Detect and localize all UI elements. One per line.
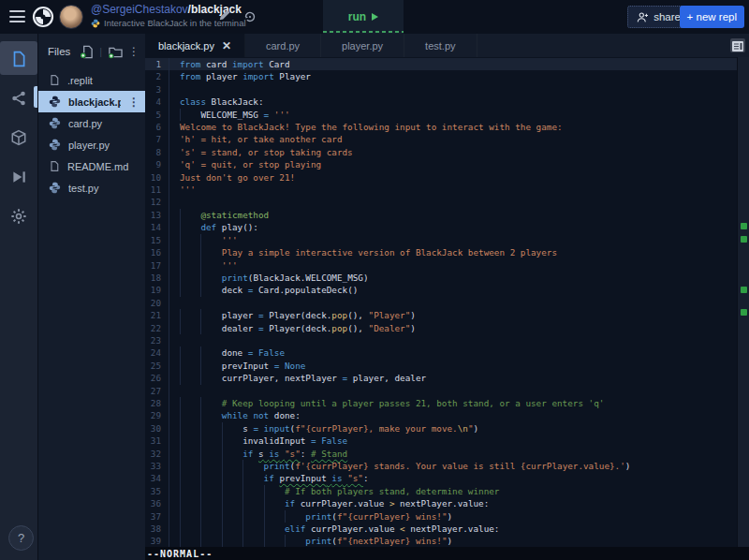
new-folder-button[interactable]: [108, 45, 123, 59]
tab-player.py[interactable]: player.py: [321, 34, 404, 57]
run-button[interactable]: run: [323, 0, 404, 34]
repl-owner[interactable]: @SergeiChestakov: [91, 3, 188, 16]
indent-guides: [180, 234, 222, 246]
indent-guides: [180, 346, 222, 359]
code-line[interactable]: 24 done = False: [145, 346, 749, 359]
sidebar-item-version-control[interactable]: [0, 79, 37, 118]
code-line[interactable]: 28 # Keep looping until a player passes …: [145, 397, 749, 409]
sidebar-item-files[interactable]: [0, 39, 37, 79]
file-list: .replitblackjack.py⋮card.pyplayer.pyREAD…: [38, 69, 145, 199]
code-line-content: s = input(f"{currPlayer}, make your move…: [169, 422, 478, 435]
edit-title-icon[interactable]: [218, 8, 231, 22]
line-number: 6: [145, 121, 169, 133]
sidebar-item-settings[interactable]: [0, 197, 37, 236]
code-line[interactable]: 11''': [145, 184, 749, 196]
code-line[interactable]: 31 invalidInput = False: [145, 435, 749, 447]
history-icon[interactable]: [242, 9, 257, 24]
code-line[interactable]: 19 deck = Card.populateDeck(): [145, 284, 749, 296]
tab-blackjack.py[interactable]: blackjack.py✕: [145, 34, 245, 57]
code-line[interactable]: 26 currPlayer, nextPlayer = player, deal…: [145, 372, 749, 384]
code-line[interactable]: 22 dealer = Player(deck.pop(), "Dealer"): [145, 322, 749, 334]
code-line[interactable]: 14 def play():: [145, 221, 749, 233]
line-number: 37: [145, 510, 169, 523]
code-line-content: [169, 196, 180, 208]
code-line[interactable]: 13 @staticmethod: [145, 209, 749, 221]
line-number: 12: [145, 196, 169, 208]
sidebar-item-packages[interactable]: [0, 118, 37, 157]
python-file-icon: [49, 96, 61, 108]
code-line[interactable]: 36 if currPlayer.value > nextPlayer.valu…: [145, 497, 749, 509]
code-line[interactable]: 2from player import Player: [145, 70, 749, 82]
code-line[interactable]: 4class BlackJack:: [145, 96, 749, 108]
diff-marker: [741, 309, 747, 316]
line-number: 18: [145, 272, 169, 284]
new-file-icon: [80, 45, 94, 59]
file-item-README.md[interactable]: README.md: [38, 155, 145, 177]
file-name: test.py: [68, 183, 140, 194]
code-line[interactable]: 27: [145, 385, 749, 397]
indent-guides: [180, 472, 264, 484]
files-menu-button[interactable]: ⋮: [128, 46, 140, 57]
code-line[interactable]: 23: [145, 334, 749, 346]
new-file-button[interactable]: [80, 45, 94, 59]
code-line-content: Welcome to BlackJack! Type the following…: [169, 121, 563, 133]
new-repl-button[interactable]: + new repl: [680, 6, 744, 28]
tab-card.py[interactable]: card.py: [245, 34, 321, 57]
code-line[interactable]: 25 prevInput = None: [145, 360, 749, 372]
code-line[interactable]: 30 s = input(f"{currPlayer}, make your m…: [145, 422, 749, 435]
line-number: 15: [145, 234, 169, 246]
code-line[interactable]: 21 player = Player(deck.pop(), "Player"): [145, 309, 749, 321]
annotation-strip[interactable]: [737, 57, 749, 547]
code-line[interactable]: 1from card import Card: [145, 58, 749, 70]
code-line[interactable]: 38 elif currPlayer.value < nextPlayer.va…: [145, 523, 749, 535]
code-line[interactable]: 17 ''': [145, 259, 749, 272]
line-number: 38: [145, 523, 169, 535]
minimap-toggle-button[interactable]: [730, 38, 745, 52]
file-name: blackjack.py: [68, 96, 121, 108]
diff-marker: [741, 287, 747, 293]
replit-logo-icon[interactable]: [32, 6, 54, 28]
code-line[interactable]: 39 print(f"{nextPlayer} wins!"): [145, 535, 749, 547]
line-number: 20: [145, 297, 169, 309]
code-line[interactable]: 20: [145, 297, 749, 309]
line-number: 11: [145, 184, 169, 196]
tab-test.py[interactable]: test.py: [404, 34, 477, 57]
code-line[interactable]: 10Just don't go over 21!: [145, 171, 749, 184]
menu-icon[interactable]: [9, 10, 25, 22]
mode-indicator: --NORMAL--: [145, 549, 213, 559]
code-line[interactable]: 7'h' = hit, or take another card: [145, 133, 749, 145]
code-line[interactable]: 35 # If both players stand, determine wi…: [145, 485, 749, 497]
python-file-icon: [49, 139, 61, 151]
file-item-blackjack.py[interactable]: blackjack.py⋮: [38, 91, 145, 112]
code-line[interactable]: 33 print(f'{currPlayer} stands. Your val…: [145, 460, 749, 472]
file-item-test.py[interactable]: test.py: [38, 177, 145, 199]
file-item-player.py[interactable]: player.py: [38, 134, 145, 155]
file-item-menu-button[interactable]: ⋮: [128, 96, 140, 108]
code-line[interactable]: 32 if s is "s": # Stand: [145, 448, 749, 460]
indent-guides: [180, 322, 222, 334]
help-button[interactable]: ?: [8, 525, 34, 551]
code-line[interactable]: 16 Play a simple interactive version of …: [145, 246, 749, 258]
code-line[interactable]: 5 WELCOME_MSG = ''': [145, 109, 749, 121]
line-number: 29: [145, 409, 169, 421]
main-area: ? Files |: [0, 34, 749, 560]
code-line[interactable]: 18 print(BlackJack.WELCOME_MSG): [145, 272, 749, 284]
tab-close-icon[interactable]: ✕: [222, 40, 231, 52]
user-avatar[interactable]: [59, 5, 83, 29]
code-line[interactable]: 15 ''': [145, 234, 749, 246]
code-line[interactable]: 37 print(f"{currPlayer} wins!"): [145, 510, 749, 523]
code-line[interactable]: 9'q' = quit, or stop playing: [145, 158, 749, 170]
code-line[interactable]: 8's' = stand, or stop taking cards: [145, 146, 749, 158]
indent-guides: [180, 272, 222, 284]
code-line[interactable]: 12: [145, 196, 749, 208]
code-line[interactable]: 34 if prevInput is "s":: [145, 472, 749, 484]
code-line[interactable]: 29 while not done:: [145, 409, 749, 421]
diff-marker: [741, 223, 747, 229]
file-item-card.py[interactable]: card.py: [38, 112, 145, 134]
line-number: 31: [145, 435, 169, 447]
sidebar-item-debugger[interactable]: [0, 157, 37, 197]
code-area[interactable]: 1from card import Card2from player impor…: [145, 57, 749, 547]
code-line[interactable]: 6Welcome to BlackJack! Type the followin…: [145, 121, 749, 133]
code-line[interactable]: 3: [145, 83, 749, 96]
file-item-.replit[interactable]: .replit: [38, 69, 145, 91]
